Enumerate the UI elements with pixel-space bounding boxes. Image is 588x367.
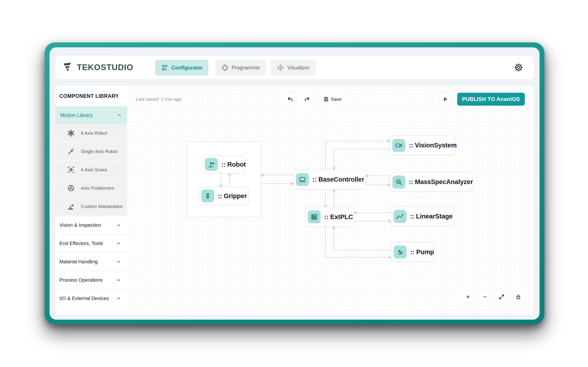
node-icon-tile (393, 210, 406, 223)
app-frame: TEKOSTUDIO Configurator Programmer (45, 42, 545, 325)
motion-curve-icon (396, 212, 404, 220)
node-pump[interactable]: :: Pump (391, 242, 433, 262)
tab-label: Configurator (172, 65, 203, 71)
library-item-label: Custom Manipulator (81, 204, 123, 209)
library-item-label: 4 Axis Scara (81, 167, 107, 172)
tab-configurator[interactable]: Configurator (155, 60, 208, 76)
node-icon-tile (205, 158, 218, 171)
node-icon-tile (308, 210, 321, 223)
chevron-down-icon (116, 259, 121, 264)
section-label: Process Operations (59, 277, 102, 283)
library-item-label: Axis Positioners (81, 185, 114, 191)
chevron-up-icon (116, 113, 122, 118)
plc-panel-icon (310, 213, 318, 221)
library-item-6-axis-robot[interactable]: 6 Axis Robot (55, 124, 127, 142)
node-label: :: Robot (221, 161, 246, 168)
programmer-icon (221, 64, 228, 71)
chevron-down-icon (116, 241, 121, 246)
single-axis-robot-icon (66, 147, 75, 156)
node-extplc[interactable]: :: ExtPLC (305, 207, 354, 227)
library-item-single-axis-robot[interactable]: Single Axis Robot (55, 142, 127, 161)
node-massspecanalyzer[interactable]: :: MassSpecAnalyzer (390, 172, 473, 192)
node-label: :: VisionSystem (409, 142, 457, 149)
component-library-panel: COMPONENT LIBRARY Motion Library 6 Axis … (55, 86, 127, 315)
library-item-axis-positioners[interactable]: Axis Positioners (55, 179, 127, 198)
wire-VisionSystem-to-BaseController (334, 149, 390, 169)
gear-icon (514, 63, 523, 72)
node-label: :: Pump (410, 248, 434, 256)
connection-layer (127, 86, 534, 315)
brand-logo: TEKOSTUDIO (62, 56, 133, 79)
section-label: End Effectors, Tools (59, 241, 103, 246)
node-gripper[interactable]: :: Gripper (199, 187, 249, 205)
diagram-canvas[interactable]: Last saved: 2 min ago Save PUBLISH TO An… (127, 86, 534, 315)
node-label: :: LinearStage (410, 213, 453, 220)
section-motion-library[interactable]: Motion Library (55, 106, 127, 124)
node-robot[interactable]: :: Robot (202, 156, 245, 173)
wire-BaseController-to-VisionSystem (325, 141, 390, 169)
library-item-custom-manipulator[interactable]: Custom Manipulator (55, 198, 127, 216)
pump-icon (396, 248, 404, 256)
six-axis-robot-icon (66, 129, 75, 138)
section-label: Material Handling (59, 259, 98, 265)
node-linearstage[interactable]: :: LinearStage (391, 207, 454, 226)
gripper-icon (204, 192, 212, 200)
section-label: Vision & Inspection (59, 222, 101, 228)
four-axis-scara-icon (66, 165, 75, 174)
node-label: :: ExtPLC (324, 213, 353, 221)
wire-Pump-to-ExtPLC (334, 227, 391, 250)
section-process-operations[interactable]: Process Operations (55, 271, 127, 289)
robot-arm-icon (207, 160, 215, 168)
video-camera-icon (395, 142, 403, 150)
tab-programmer[interactable]: Programmer (215, 60, 266, 76)
settings-button[interactable] (513, 62, 524, 73)
tab-label: Visualizer (287, 65, 309, 71)
section-vision-inspection[interactable]: Vision & Inspection (55, 216, 127, 234)
node-basecontroller[interactable]: :: BaseController (293, 169, 366, 189)
node-icon-tile (201, 189, 214, 202)
panel-title: COMPONENT LIBRARY (55, 86, 127, 106)
visualizer-icon (277, 64, 284, 71)
library-item-label: 6 Axis Robot (81, 130, 107, 136)
chevron-down-icon (116, 278, 121, 283)
node-label: :: MassSpecAnalyzer (409, 178, 473, 186)
node-visionsystem[interactable]: :: VisionSystem (390, 136, 455, 155)
section-label: Motion Library (60, 112, 93, 118)
configurator-icon (161, 64, 168, 71)
custom-manipulator-icon (66, 202, 75, 211)
wire-ExtPLC-to-Pump (325, 227, 391, 257)
node-label: :: Gripper (218, 192, 247, 200)
node-icon-tile (296, 173, 309, 186)
laptop-icon (298, 175, 306, 184)
section-label: I/O & External Devices (59, 296, 109, 301)
section-io-external-devices[interactable]: I/O & External Devices (55, 289, 127, 307)
chevron-down-icon (116, 296, 121, 301)
brand-wordmark: TEKOSTUDIO (77, 63, 133, 72)
top-bar: TEKOSTUDIO Configurator Programmer (55, 56, 534, 79)
library-item-4-axis-scara[interactable]: 4 Axis Scara (55, 161, 127, 179)
logo-icon (62, 61, 74, 74)
section-end-effectors-tools[interactable]: End Effectors, Tools (55, 234, 127, 252)
node-label: :: BaseController (312, 176, 364, 183)
axis-positioners-icon (66, 184, 75, 192)
tab-label: Programmer (232, 65, 260, 71)
node-icon-tile (392, 175, 405, 189)
section-material-handling[interactable]: Material Handling (55, 252, 127, 271)
tab-visualizer[interactable]: Visualizer (271, 60, 316, 76)
node-icon-tile (394, 245, 407, 259)
app-window: TEKOSTUDIO Configurator Programmer (50, 47, 539, 320)
library-item-label: Single Axis Robot (81, 149, 118, 154)
node-icon-tile (392, 139, 405, 152)
chevron-down-icon (116, 223, 121, 228)
magnifier-wave-icon (395, 178, 403, 186)
